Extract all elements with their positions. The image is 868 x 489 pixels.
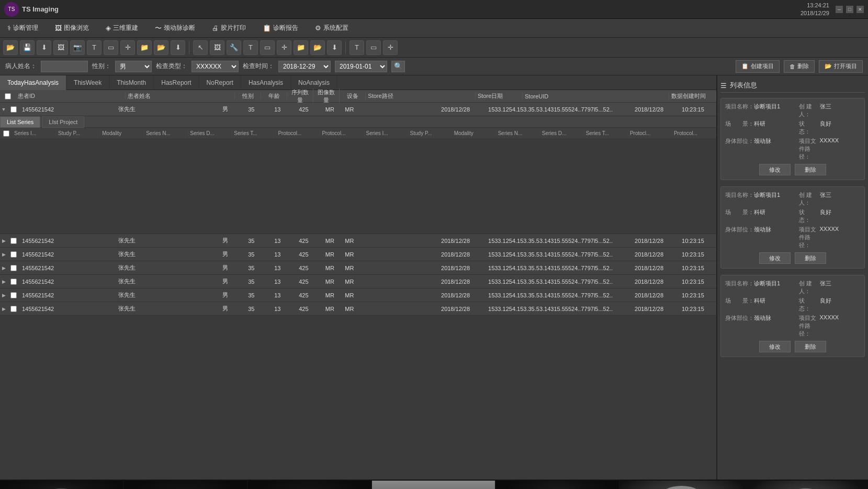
sub-tab-list-series[interactable]: List Series — [0, 116, 40, 128]
thumbnail-1[interactable] — [0, 481, 124, 489]
thumbnail-7[interactable] — [744, 481, 868, 489]
table-row[interactable]: ▶ 1455621542 张先生 男 35 13 425 MR MR 2018/… — [0, 234, 716, 248]
tool-open[interactable]: 📂 — [3, 40, 18, 55]
row-check[interactable] — [7, 238, 20, 244]
table-row[interactable]: ▶ 1455621542 张先生 男 35 13 425 MR MR 2018/… — [0, 275, 716, 288]
tool-folder3[interactable]: 📁 — [294, 40, 308, 55]
thumbnail-4[interactable] — [372, 481, 496, 489]
table-row[interactable]: ▶ 1455621542 张先生 男 35 13 425 MR MR 2018/… — [0, 248, 716, 261]
tab-has-report[interactable]: HasReport — [154, 75, 199, 90]
tool-download[interactable]: ⬇ — [37, 40, 51, 55]
row-expand-icon[interactable]: ▶ — [0, 238, 7, 243]
sub-tabs: List Series LIst Project — [0, 116, 86, 128]
tool-plus[interactable]: ✛ — [120, 40, 135, 55]
menu-item-3d-reconstruct[interactable]: ◈ 三维重建 — [103, 21, 141, 35]
row-check[interactable] — [7, 106, 20, 113]
project-edit-button-3[interactable]: 修改 — [759, 341, 791, 352]
row-checkbox[interactable] — [10, 251, 17, 258]
row-check[interactable] — [7, 279, 20, 285]
tool-text[interactable]: T — [87, 40, 102, 55]
table-row[interactable]: ▼ 1455621542 张先生 男 35 13 425 MR MR 2018/… — [0, 103, 716, 116]
tool-down3[interactable]: ⬇ — [327, 40, 342, 55]
table-row[interactable]: ▶ 1455621542 张先生 男 35 13 425 MR MR 2018/… — [0, 261, 716, 275]
search-button[interactable]: 🔍 — [391, 61, 405, 72]
row-checkbox[interactable] — [10, 292, 17, 298]
window-controls[interactable]: ─ □ ✕ — [836, 6, 864, 13]
tool-save[interactable]: 💾 — [20, 40, 35, 55]
row-expand-icon[interactable]: ▶ — [0, 265, 7, 271]
create-project-button[interactable]: 📋 创建项目 — [736, 60, 780, 73]
project-edit-button-2[interactable]: 修改 — [759, 252, 791, 264]
tool-rect2[interactable]: ▭ — [260, 40, 275, 55]
check-all-input[interactable] — [5, 93, 11, 99]
tool-camera[interactable]: 📷 — [70, 40, 85, 55]
tool-rect[interactable]: ▭ — [104, 40, 118, 55]
row-checkbox[interactable] — [10, 238, 17, 244]
tab-no-report[interactable]: NoReport — [199, 75, 241, 90]
tool-gear[interactable]: 🔧 — [227, 40, 241, 55]
open-project-button[interactable]: 📂 打开项目 — [819, 60, 863, 73]
check-type-select[interactable]: XXXXXX — [191, 61, 239, 72]
table-row[interactable]: ▶ 1455621542 张先生 男 35 13 425 MR MR 2018/… — [0, 288, 716, 302]
tool-rect3[interactable]: ▭ — [366, 40, 381, 55]
menu-item-diagnosis-report[interactable]: 📋 诊断报告 — [260, 21, 301, 35]
row-checkbox[interactable] — [10, 265, 17, 271]
tool-folder[interactable]: 📁 — [137, 40, 152, 55]
tab-this-week[interactable]: ThisWeek — [66, 75, 109, 90]
project-card-1: 项目名称： 诊断项目1 创 建 人： 张三 场 景： 科研 状 态： 良好 身体… — [720, 98, 865, 180]
row-check[interactable] — [7, 306, 20, 312]
row-expand-icon[interactable]: ▶ — [0, 293, 7, 298]
project-delete-button-3[interactable]: 删除 — [795, 341, 826, 352]
tool-cursor[interactable]: ↖ — [193, 40, 208, 55]
row-check[interactable] — [7, 292, 20, 298]
row-expand-icon[interactable]: ▶ — [0, 306, 7, 312]
menu-item-film-print[interactable]: 🖨 胶片打印 — [209, 21, 249, 35]
row-expand-icon[interactable]: ▶ — [0, 252, 7, 257]
tool-image[interactable]: 🖼 — [53, 40, 68, 55]
maximize-button[interactable]: □ — [846, 6, 853, 13]
menu-item-system-config[interactable]: ⚙ 系统配置 — [312, 21, 352, 35]
patient-name-input[interactable] — [41, 61, 88, 72]
sub-check-all[interactable] — [0, 130, 13, 137]
project-delete-button-1[interactable]: 删除 — [795, 164, 826, 175]
delete-button[interactable]: 🗑 删除 — [784, 60, 815, 73]
menu-item-carotid[interactable]: 〜 颈动脉诊断 — [152, 21, 198, 35]
project-delete-button-2[interactable]: 删除 — [795, 252, 826, 264]
close-button[interactable]: ✕ — [856, 6, 864, 13]
table-row[interactable]: ▶ 1455621542 张先生 男 35 13 425 MR MR 2018/… — [0, 302, 716, 316]
check-time-end[interactable]: 2019-01-01 — [335, 61, 387, 72]
thumbnail-5[interactable] — [496, 481, 620, 489]
thumbnail-6[interactable] — [620, 481, 744, 489]
row-check[interactable] — [7, 251, 20, 258]
row-series: 13 — [264, 306, 290, 312]
tool-plus2[interactable]: ✛ — [277, 40, 291, 55]
sub-check-all-input[interactable] — [3, 130, 9, 137]
tool-move[interactable]: ✛ — [383, 40, 398, 55]
tab-this-month[interactable]: ThisMonth — [109, 75, 154, 90]
thumbnail-3[interactable] — [248, 481, 372, 489]
row-check[interactable] — [7, 265, 20, 271]
row-store-uid: 1533.1254.153.35.53.14315.55524..7797l5.… — [486, 238, 633, 244]
menu-item-diagnosis-mgmt[interactable]: ⚕ 诊断管理 — [4, 21, 41, 35]
row-checkbox[interactable] — [10, 279, 17, 285]
sub-tab-list-project[interactable]: LIst Project — [42, 116, 84, 128]
menu-item-image-browse[interactable]: 🖼 图像浏览 — [52, 21, 92, 35]
check-time-start[interactable]: 2018-12-29 — [278, 61, 331, 72]
tab-today-has-analysis[interactable]: TodayHasAnalysis — [0, 75, 66, 90]
tool-text3[interactable]: T — [350, 40, 364, 55]
tool-folder4[interactable]: 📂 — [310, 40, 325, 55]
minimize-button[interactable]: ─ — [836, 6, 843, 13]
row-expand-icon[interactable]: ▼ — [0, 107, 7, 112]
row-expand-icon[interactable]: ▶ — [0, 279, 7, 284]
thumbnail-2[interactable] — [124, 481, 248, 489]
row-device: MR — [317, 292, 343, 298]
tool-folder2[interactable]: 📂 — [154, 40, 168, 55]
tool-text2[interactable]: T — [243, 40, 258, 55]
tab-has-analysis[interactable]: HasAnalysis — [241, 75, 291, 90]
tool-down2[interactable]: ⬇ — [171, 40, 185, 55]
row-checkbox[interactable] — [10, 106, 17, 113]
gender-select[interactable]: 男 女 — [115, 61, 152, 72]
tool-image2[interactable]: 🖼 — [210, 40, 224, 55]
row-checkbox[interactable] — [10, 306, 17, 312]
project-edit-button-1[interactable]: 修改 — [759, 164, 791, 175]
